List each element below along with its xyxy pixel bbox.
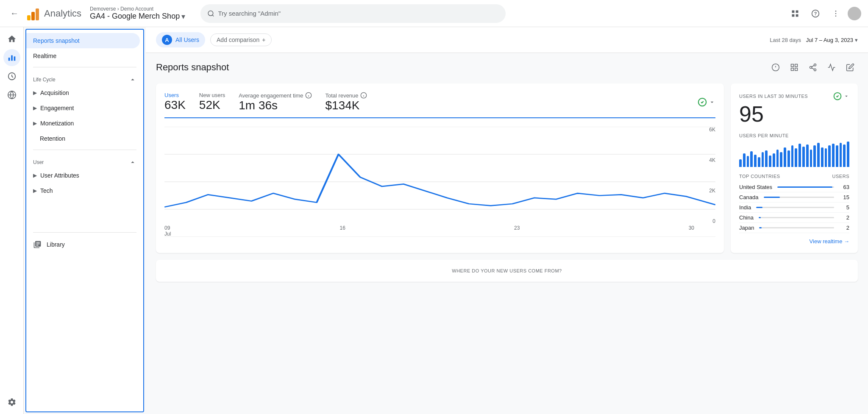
mini-bar <box>765 150 768 167</box>
country-name: United States <box>739 184 772 190</box>
mini-bar <box>769 156 771 167</box>
user-collapse-icon[interactable] <box>129 158 136 166</box>
metric-users-value: 63K <box>164 98 186 112</box>
mini-bar <box>784 147 786 167</box>
mini-bar <box>847 142 849 167</box>
mini-bar <box>743 153 746 167</box>
mini-bar <box>825 148 827 167</box>
sidebar-item-tech[interactable]: ▶ Tech <box>26 183 143 198</box>
mini-bar <box>832 144 835 167</box>
grid-icon-button[interactable] <box>787 5 804 22</box>
nav-home-button[interactable] <box>3 31 20 47</box>
page-title: Reports snapshot <box>156 62 229 73</box>
sidebar-divider-1 <box>33 67 136 67</box>
insights-icon-button[interactable] <box>768 60 783 75</box>
svg-rect-4 <box>792 14 795 17</box>
mini-bar <box>843 144 846 167</box>
compare-icon-button[interactable] <box>824 60 839 75</box>
sidebar-item-monetization[interactable]: ▶ Monetization <box>26 116 143 131</box>
edit-icon-button[interactable] <box>843 60 858 75</box>
sidebar-item-library[interactable]: Library <box>26 236 143 253</box>
mini-bar <box>840 143 842 167</box>
add-comparison-button[interactable]: Add comparison + <box>210 33 272 46</box>
lifecycle-collapse-icon[interactable] <box>129 76 136 83</box>
breadcrumb: Demoverse › Demo Account GA4 - Google Me… <box>90 6 185 21</box>
country-row[interactable]: Japan 2 <box>739 223 849 233</box>
metric-engagement-value: 1m 36s <box>239 99 312 112</box>
svg-text:?: ? <box>814 11 817 16</box>
sidebar-item-realtime[interactable]: Realtime <box>26 48 140 64</box>
mini-bar <box>828 145 831 167</box>
country-row[interactable]: Canada 15 <box>739 192 849 203</box>
user-attributes-chevron-icon: ▶ <box>33 172 37 178</box>
country-name: India <box>739 204 751 211</box>
svg-rect-12 <box>11 56 13 61</box>
share-icon-button[interactable] <box>805 60 821 75</box>
topbar-actions: ? <box>787 5 861 22</box>
country-bar-track <box>759 217 834 218</box>
mini-bar <box>810 150 812 167</box>
search-input[interactable] <box>218 10 499 17</box>
country-bar-fill <box>756 207 762 208</box>
comparison-bar: A All Users Add comparison + Last 28 day… <box>146 27 868 53</box>
all-users-initial: A <box>162 35 172 45</box>
country-name: China <box>739 214 754 221</box>
page-actions <box>768 60 858 75</box>
country-bar-fill <box>777 186 832 188</box>
sidebar-item-user-attributes[interactable]: ▶ User Attributes <box>26 168 143 183</box>
country-count: 2 <box>839 214 849 221</box>
app-layout: Reports snapshot Realtime Life Cycle ▶ A… <box>0 27 868 414</box>
svg-rect-2 <box>792 10 795 13</box>
more-menu-icon[interactable] <box>827 5 844 22</box>
nav-reports-button[interactable] <box>3 49 20 66</box>
nav-settings-button[interactable] <box>3 394 20 411</box>
country-row[interactable]: United States 63 <box>739 182 849 192</box>
sidebar-item-engagement[interactable]: ▶ Engagement <box>26 100 143 116</box>
country-row[interactable]: India 5 <box>739 203 849 213</box>
view-realtime-link[interactable]: View realtime → <box>739 238 849 245</box>
comparison-left: A All Users Add comparison + <box>156 32 272 47</box>
chart-yaxis: 6K 4K 2K 0 <box>709 127 715 224</box>
topbar: ← Analytics Demoverse › Demo Account GA4… <box>0 0 868 27</box>
svg-point-25 <box>814 69 816 71</box>
engagement-chevron-icon: ▶ <box>33 105 37 111</box>
nav-advertising-button[interactable] <box>3 86 20 103</box>
logo: Analytics <box>27 7 81 20</box>
realtime-dropdown-icon[interactable] <box>843 93 849 99</box>
realtime-controls <box>833 92 849 100</box>
sidebar-item-reports-snapshot[interactable]: Reports snapshot <box>26 33 140 48</box>
search-bar[interactable] <box>200 4 506 23</box>
lifecycle-section-label: Life Cycle <box>26 71 143 85</box>
country-row[interactable]: China 2 <box>739 213 849 223</box>
date-range-picker[interactable]: Last 28 days Jul 7 – Aug 3, 2023 ▾ <box>770 37 858 43</box>
country-count: 63 <box>839 184 849 190</box>
nav-explore-button[interactable] <box>3 68 20 85</box>
breadcrumb-dropdown-icon[interactable]: ▾ <box>181 12 185 21</box>
page-title-row: Reports snapshot <box>156 60 858 75</box>
library-icon <box>33 240 42 249</box>
sidebar-item-acquisition[interactable]: ▶ Acquisition <box>26 85 143 100</box>
svg-rect-13 <box>14 56 15 61</box>
mini-bar <box>762 152 764 167</box>
metric-revenue: Total revenue $134K <box>326 92 367 112</box>
dropdown-arrow-icon[interactable] <box>709 99 715 106</box>
mini-bar <box>754 155 757 167</box>
metric-revenue-label[interactable]: Total revenue <box>326 92 367 99</box>
help-icon-button[interactable]: ? <box>807 5 824 22</box>
metric-new-users-label[interactable]: New users <box>199 92 225 98</box>
metric-engagement-label[interactable]: Average engagement time <box>239 92 312 99</box>
back-button[interactable]: ← <box>7 5 22 22</box>
country-bar-track <box>777 186 834 188</box>
mini-bar <box>780 152 782 167</box>
metric-users-label[interactable]: Users <box>164 92 186 98</box>
svg-point-23 <box>814 64 816 66</box>
realtime-title-row: USERS IN LAST 30 MINUTES <box>739 92 849 100</box>
svg-rect-20 <box>795 64 798 67</box>
customize-report-icon-button[interactable] <box>787 60 802 75</box>
engagement-info-icon <box>305 92 312 99</box>
cards-row: Users 63K New users 52K Average engageme… <box>156 83 858 253</box>
all-users-badge[interactable]: A All Users <box>156 32 205 47</box>
sidebar-item-retention[interactable]: Retention <box>26 131 140 146</box>
user-avatar[interactable] <box>848 7 861 20</box>
mini-bar <box>791 145 794 167</box>
